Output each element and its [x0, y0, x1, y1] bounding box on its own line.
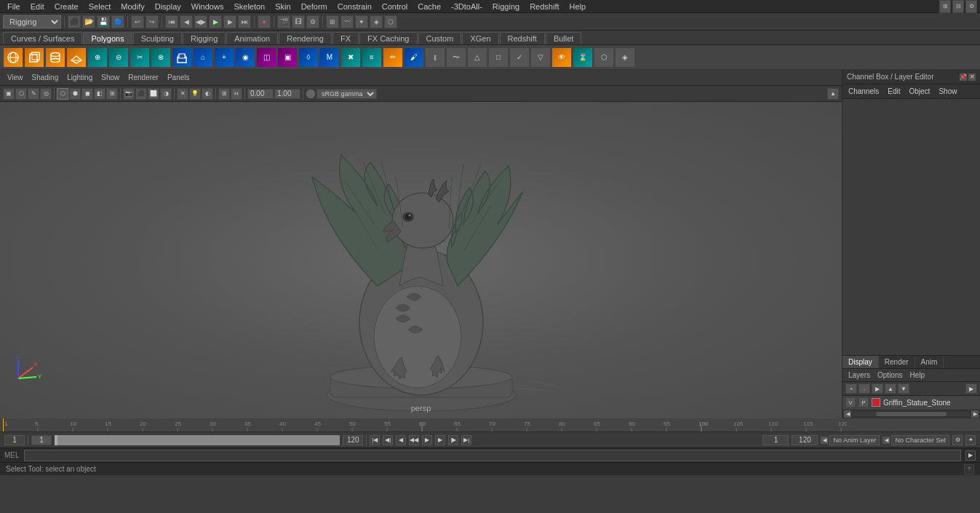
vp-select-icon[interactable]: ▣ — [3, 88, 15, 100]
tab-display[interactable]: Display — [842, 356, 879, 368]
shelf-triangulate-icon[interactable]: △ — [467, 47, 487, 68]
shelf-extrude-icon[interactable] — [172, 47, 192, 68]
layers-move-down-icon[interactable]: ▼ — [898, 383, 909, 394]
char-set-icon[interactable]: ◀ — [883, 437, 890, 444]
record-icon[interactable]: ● — [258, 15, 271, 28]
shelf-reduce-icon[interactable]: ▽ — [530, 47, 551, 68]
shelf-tab-polygons[interactable]: Polygons — [83, 32, 132, 44]
shelf-paint-icon[interactable]: 🖌 — [404, 47, 424, 68]
layers-move-up-icon[interactable]: ▲ — [885, 383, 896, 394]
shelf-bridge-icon[interactable]: ⌂ — [193, 47, 213, 68]
shelf-display-icon[interactable]: 👁 — [551, 47, 572, 68]
vp-shadow-icon[interactable]: ◐ — [202, 88, 213, 100]
open-file-icon[interactable]: 📂 — [82, 15, 95, 28]
timeline-bar[interactable] — [55, 435, 340, 445]
vp-wire-icon[interactable]: ⬜ — [148, 88, 159, 100]
menu-deform[interactable]: Deform — [297, 1, 332, 12]
tab-render[interactable]: Render — [879, 356, 915, 368]
menu-display[interactable]: Display — [151, 1, 186, 12]
go-end-btn[interactable]: ▶| — [461, 435, 471, 445]
snap-grid-icon[interactable]: ⊞ — [326, 15, 339, 28]
layers-menu-help[interactable]: Help — [907, 370, 928, 380]
menu-constrain[interactable]: Constrain — [333, 1, 376, 12]
shelf-cleanup-icon[interactable]: ✓ — [509, 47, 530, 68]
frame-range-end-input[interactable] — [343, 435, 363, 445]
menu-windows[interactable]: Windows — [187, 1, 228, 12]
tab-anim[interactable]: Anim — [915, 356, 944, 368]
frame-range-start-input[interactable] — [31, 435, 52, 445]
shelf-tab-curves[interactable]: Curves / Surfaces — [3, 32, 82, 44]
menu-help[interactable]: Help — [565, 1, 591, 12]
next-frame-icon[interactable]: ⏭ — [238, 15, 251, 28]
scroll-left-btn[interactable]: ◀ — [844, 410, 851, 418]
layers-right-icon[interactable]: ▶ — [965, 383, 977, 394]
shelf-tab-fx[interactable]: FX — [332, 32, 359, 44]
right-panel-scrollbar[interactable]: ◀ ▶ — [842, 410, 980, 418]
render-icon[interactable]: 🎬 — [277, 15, 290, 28]
layers-menu-options[interactable]: Options — [875, 370, 905, 380]
shelf-tab-rigging[interactable]: Rigging — [183, 32, 226, 44]
shelf-combine-icon[interactable]: ⊕ — [87, 47, 108, 68]
panel-close-icon[interactable]: ✕ — [968, 73, 976, 81]
vp-multi-icon[interactable]: ⊞ — [106, 88, 118, 100]
menu-select[interactable]: Select — [84, 1, 116, 12]
shelf-tab-fxcaching[interactable]: FX Caching — [359, 32, 417, 44]
layout-icon[interactable]: ⊟ — [952, 0, 964, 13]
vp-menu-show[interactable]: Show — [98, 73, 122, 81]
menu-rigging[interactable]: Rigging — [488, 1, 524, 12]
shelf-cube-icon[interactable] — [24, 47, 44, 68]
snap-live-icon[interactable]: ⬡ — [384, 15, 397, 28]
layer-visibility-btn[interactable]: V — [845, 397, 856, 407]
shelf-extra2-icon[interactable]: ◈ — [615, 47, 635, 68]
vp-collapse-icon[interactable]: ▲ — [827, 88, 839, 100]
anim-options-btn[interactable]: ⚙ — [952, 435, 963, 445]
status-help-btn[interactable]: ? — [964, 464, 974, 474]
layer-row-griffin[interactable]: V P Griffin_Statue_Stone — [842, 396, 980, 410]
menu-redshift[interactable]: Redshift — [525, 1, 563, 12]
anim-range-start-input[interactable] — [762, 435, 789, 445]
next-key-btn[interactable]: |▶ — [448, 435, 458, 445]
menu-modify[interactable]: Modify — [116, 1, 148, 12]
prev-key-btn[interactable]: ◀| — [383, 435, 393, 445]
menu-skeleton[interactable]: Skeleton — [229, 1, 269, 12]
go-start-btn[interactable]: |◀ — [370, 435, 380, 445]
vp-menu-shading[interactable]: Shading — [29, 73, 62, 81]
workspace-dropdown[interactable]: Rigging — [3, 15, 61, 28]
save-file-icon[interactable]: 💾 — [97, 15, 110, 28]
colorspace-select[interactable]: sRGB gamma — [316, 89, 377, 99]
layers-menu-layers[interactable]: Layers — [845, 370, 873, 380]
mel-python-toggle[interactable]: MEL — [4, 451, 20, 459]
vp-soft-select-icon[interactable]: ◎ — [40, 88, 52, 100]
anim-layer-select[interactable]: No Anim Layer — [829, 435, 880, 445]
snap-point-icon[interactable]: ✦ — [355, 15, 368, 28]
shelf-tab-animation[interactable]: Animation — [226, 32, 278, 44]
shelf-insert-edge-icon[interactable]: ◫ — [256, 47, 276, 68]
shelf-smooth-icon[interactable]: 〜 — [446, 47, 466, 68]
redo-icon[interactable]: ↪ — [146, 15, 159, 28]
panel-pin-icon[interactable]: 📌 — [960, 73, 967, 81]
shelf-tab-custom[interactable]: Custom — [418, 32, 462, 44]
save-as-icon[interactable]: 🔵 — [111, 15, 124, 28]
snap-surface-icon[interactable]: ◈ — [370, 15, 383, 28]
layer-type-btn[interactable]: P — [859, 397, 869, 407]
vp-lasso-icon[interactable]: ⬡ — [15, 88, 27, 100]
shelf-sculpt-icon[interactable]: ✏ — [383, 47, 403, 68]
viewport-3d[interactable]: persp X Y Z — [0, 102, 842, 418]
vp-shade-icon[interactable]: ◑ — [160, 88, 172, 100]
shelf-tab-sculpting[interactable]: Sculpting — [133, 32, 182, 44]
vp-menu-view[interactable]: View — [4, 73, 26, 81]
new-file-icon[interactable]: ⬛ — [68, 15, 81, 28]
play-back-btn[interactable]: ◀◀ — [409, 435, 419, 445]
play-back-icon[interactable]: ◀▶ — [194, 15, 207, 28]
scroll-right-btn[interactable]: ▶ — [971, 410, 979, 418]
shelf-tab-bullet[interactable]: Bullet — [546, 32, 582, 44]
mel-input[interactable] — [24, 450, 961, 461]
vp-menu-lighting[interactable]: Lighting — [64, 73, 95, 81]
current-frame-input[interactable] — [4, 435, 25, 445]
shelf-separate-icon[interactable]: ⊖ — [108, 47, 129, 68]
character-set-select[interactable]: No Character Set — [891, 435, 949, 445]
shelf-sphere-icon[interactable] — [3, 47, 23, 68]
shelf-offset-edge-icon[interactable]: ▣ — [277, 47, 298, 68]
layer-color-swatch[interactable] — [872, 398, 880, 407]
shelf-extract-icon[interactable]: ✂ — [130, 47, 150, 68]
